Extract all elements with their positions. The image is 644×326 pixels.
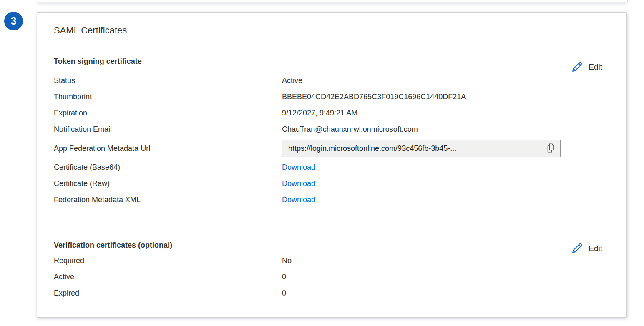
sso-setup-page: 3 SAML Certificates Edit (0, 0, 644, 326)
notification-email-row: Notification Email ChauTran@chaunxnrwl.o… (54, 121, 618, 138)
status-row: Status Active (54, 73, 618, 89)
thumbprint-value: BBEBE04CD42E2ABD765C3F019C1696C1440DF21A (282, 89, 466, 105)
pencil-icon (571, 242, 583, 255)
row-label: Status (54, 73, 282, 89)
edit-button-label: Edit (589, 63, 602, 72)
required-value: No (282, 253, 292, 269)
previous-card-bottom-edge (37, 0, 628, 2)
expiration-value: 9/12/2027, 9:49:21 AM (282, 105, 357, 121)
copy-metadata-url-button[interactable] (546, 143, 555, 155)
row-label: Required (54, 253, 282, 269)
token-signing-certificate-heading: Token signing certificate (54, 56, 618, 67)
edit-verification-certificates-button[interactable]: Edit (571, 242, 602, 255)
row-label: Certificate (Raw) (54, 176, 282, 192)
certificate-base64-row: Certificate (Base64) Download (54, 159, 618, 176)
download-federation-metadata-xml-link[interactable]: Download (282, 192, 315, 208)
step-connector-line (15, 0, 15, 326)
download-certificate-raw-link[interactable]: Download (282, 176, 315, 192)
thumbprint-row: Thumbprint BBEBE04CD42E2ABD765C3F019C169… (54, 89, 618, 105)
expiration-row: Expiration 9/12/2027, 9:49:21 AM (54, 105, 618, 121)
expired-count-row: Expired 0 (54, 285, 618, 301)
row-label: Active (54, 269, 282, 285)
section-divider (54, 221, 618, 221)
expired-count-value: 0 (282, 285, 286, 301)
active-count-value: 0 (282, 269, 286, 285)
metadata-url-box (282, 140, 561, 157)
step-number-badge: 3 (4, 12, 23, 30)
row-label: Notification Email (54, 121, 282, 138)
copy-icon (546, 143, 555, 155)
row-label: Federation Metadata XML (54, 192, 282, 208)
edit-button-label: Edit (589, 244, 602, 253)
pencil-icon (571, 61, 583, 73)
edit-token-signing-certificate-button[interactable]: Edit (571, 61, 602, 73)
row-label: Expiration (54, 105, 282, 121)
row-label: App Federation Metadata Url (54, 138, 282, 159)
required-row: Required No (54, 253, 618, 269)
step-number: 3 (11, 15, 17, 27)
certificate-raw-row: Certificate (Raw) Download (54, 176, 618, 192)
active-count-row: Active 0 (54, 269, 618, 285)
federation-metadata-xml-row: Federation Metadata XML Download (54, 192, 618, 208)
app-federation-metadata-url-row: App Federation Metadata Url (54, 138, 618, 159)
verification-certificates-heading: Verification certificates (optional) (54, 240, 618, 251)
notification-email-value: ChauTran@chaunxnrwl.onmicrosoft.com (282, 121, 418, 138)
row-label: Thumbprint (54, 89, 282, 105)
card-title: SAML Certificates (54, 24, 618, 37)
row-label: Certificate (Base64) (54, 159, 282, 176)
row-label: Expired (54, 285, 282, 301)
metadata-url-input[interactable] (288, 144, 542, 153)
download-certificate-base64-link[interactable]: Download (282, 159, 315, 176)
status-value: Active (282, 73, 302, 89)
saml-certificates-card: SAML Certificates Edit Edit (37, 12, 627, 318)
